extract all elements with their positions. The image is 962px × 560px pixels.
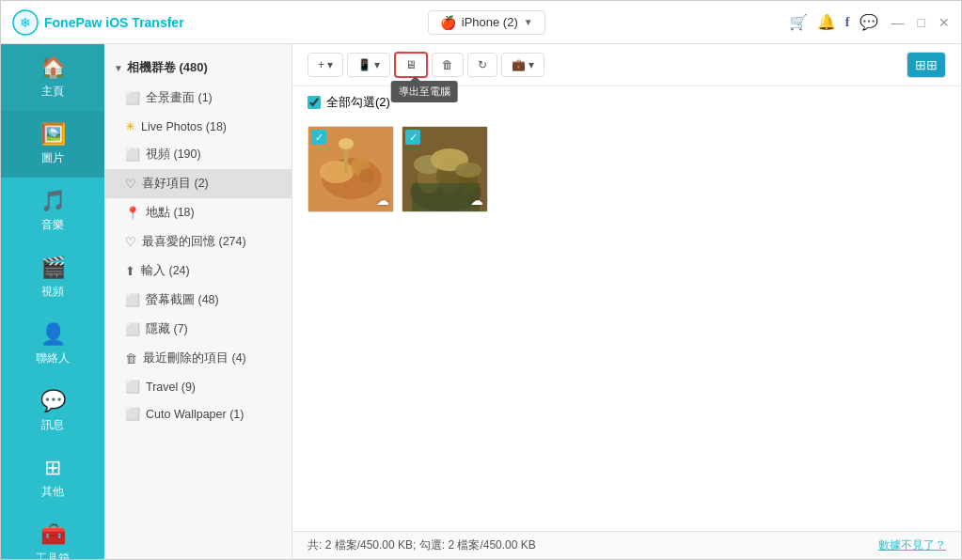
toolbox-icon: 🧰 xyxy=(40,522,66,547)
category-item-recentdelete[interactable]: 🗑 最近刪除的項目 (4) xyxy=(104,344,292,373)
briefcase-icon: 💼 xyxy=(512,58,526,71)
logo-icon: ❄ xyxy=(12,9,39,36)
chevron-down-icon: ▼ xyxy=(524,17,533,27)
close-button[interactable]: ✕ xyxy=(938,15,950,30)
category-label-import: 輸入 (24) xyxy=(141,263,190,279)
svg-rect-5 xyxy=(344,146,348,174)
delete-icon: 🗑 xyxy=(125,351,137,366)
category-item-panorama[interactable]: ⬜ 全景畫面 (1) xyxy=(104,84,292,113)
apple-icon: 🍎 xyxy=(440,15,456,30)
messages-icon: 💬 xyxy=(40,389,66,413)
status-text: 共: 2 檔案/450.00 KB; 勾選: 2 檔案/450.00 KB xyxy=(308,537,536,553)
sidebar-item-contacts[interactable]: 👤 聯絡人 xyxy=(1,311,104,378)
category-item-livephotos[interactable]: ✳ Live Photos (18) xyxy=(104,113,292,140)
sidebar-item-music[interactable]: 🎵 音樂 xyxy=(1,178,104,244)
photo-thumb-2[interactable]: ✓ xyxy=(402,126,488,212)
places-icon: 📍 xyxy=(125,206,140,220)
title-actions: 🛒 🔔 f 💬 — □ ✕ xyxy=(789,13,950,31)
category-item-cutowallpaper[interactable]: ⬜ Cuto Wallpaper (1) xyxy=(104,400,292,428)
category-label-hidden: 隱藏 (7) xyxy=(146,321,188,337)
check-icon-2: ✓ xyxy=(409,132,418,144)
category-item-favorites[interactable]: ♡ 喜好項目 (2) xyxy=(104,169,292,198)
category-label-places: 地點 (18) xyxy=(146,205,195,221)
sidebar-label-home: 主頁 xyxy=(41,84,64,100)
sidebar-label-photos: 圖片 xyxy=(41,150,64,166)
title-bar: ❄ FonePaw iOS Transfer 🍎 iPhone (2) ▼ 🛒 … xyxy=(1,1,961,44)
category-item-screenshots[interactable]: ⬜ 螢幕截圖 (48) xyxy=(104,286,292,315)
svg-point-4 xyxy=(320,161,354,183)
delete-button[interactable]: 🗑 xyxy=(432,53,464,77)
photo2-cloud-icon: ☁ xyxy=(470,193,483,208)
photo1-cloud-icon: ☁ xyxy=(376,193,389,208)
category-item-travel[interactable]: ⬜ Travel (9) xyxy=(104,373,292,400)
sidebar-item-photos[interactable]: 🖼️ 圖片 xyxy=(1,111,104,178)
sidebar-label-music: 音樂 xyxy=(41,217,64,233)
favorites-icon: ♡ xyxy=(125,177,136,191)
category-label-livephotos: Live Photos (18) xyxy=(141,120,227,133)
collapse-arrow-icon: ▼ xyxy=(114,63,123,73)
hidden-icon: ⬜ xyxy=(125,322,140,336)
monitor-icon: 🖥 xyxy=(405,58,417,71)
music-icon: 🎵 xyxy=(40,189,66,213)
sidebar-item-video[interactable]: 🎬 視頻 xyxy=(1,244,104,311)
minimize-button[interactable]: — xyxy=(891,15,905,30)
bell-icon[interactable]: 🔔 xyxy=(817,13,836,31)
category-group-header[interactable]: ▼ 相機群卷 (480) xyxy=(104,52,292,84)
cart-icon[interactable]: 🛒 xyxy=(789,13,808,31)
view-toggle-button[interactable]: ⊞⊞ xyxy=(907,52,946,78)
app-window: ❄ FonePaw iOS Transfer 🍎 iPhone (2) ▼ 🛒 … xyxy=(0,0,962,560)
refresh-icon: ↻ xyxy=(478,58,487,71)
to-device-dropdown-icon: ▾ xyxy=(374,58,380,71)
video-cat-icon: ⬜ xyxy=(125,148,140,162)
select-all-checkbox[interactable] xyxy=(308,96,321,109)
svg-point-16 xyxy=(455,163,481,178)
travel-icon: ⬜ xyxy=(125,380,140,394)
device-selector[interactable]: 🍎 iPhone (2) ▼ xyxy=(428,10,545,35)
sidebar-item-toolbox[interactable]: 🧰 工具箱 xyxy=(1,511,104,559)
message-icon[interactable]: 💬 xyxy=(859,13,878,31)
photo2-check[interactable]: ✓ xyxy=(405,130,420,145)
main-body: 🏠 主頁 🖼️ 圖片 🎵 音樂 🎬 視頻 👤 聯絡人 💬 訊息 xyxy=(1,44,961,559)
category-item-import[interactable]: ⬆ 輸入 (24) xyxy=(104,257,292,286)
sidebar-label-contacts: 聯絡人 xyxy=(36,350,70,366)
content-area: + ▾ 📱 ▾ 🖥 導出至電腦 🗑 xyxy=(292,44,961,559)
to-device-icon: 📱 xyxy=(357,58,371,71)
delete-toolbar-icon: 🗑 xyxy=(442,58,453,71)
to-device-button[interactable]: 📱 ▾ xyxy=(347,53,390,77)
other-icon: ⊞ xyxy=(44,456,61,480)
status-bar: 共: 2 檔案/450.00 KB; 勾選: 2 檔案/450.00 KB 數據… xyxy=(292,531,961,559)
facebook-icon[interactable]: f xyxy=(845,15,850,30)
photo-grid: ✓ ☁ xyxy=(292,118,961,531)
app-name: FonePaw iOS Transfer xyxy=(44,15,184,30)
category-item-mostloved[interactable]: ♡ 最喜愛的回憶 (274) xyxy=(104,227,292,257)
mostloved-icon: ♡ xyxy=(125,235,136,249)
category-label-video: 視頻 (190) xyxy=(146,147,201,163)
photo-thumb-1[interactable]: ✓ ☁ xyxy=(308,126,394,212)
maximize-button[interactable]: □ xyxy=(918,15,925,30)
photo1-check[interactable]: ✓ xyxy=(311,130,326,145)
photos-icon: 🖼️ xyxy=(40,122,66,147)
grid-view-icon: ⊞⊞ xyxy=(915,57,938,72)
category-item-hidden[interactable]: ⬜ 隱藏 (7) xyxy=(104,315,292,344)
to-computer-button[interactable]: 🖥 xyxy=(394,52,428,78)
sidebar-label-toolbox: 工具箱 xyxy=(36,551,70,559)
sidebar-item-home[interactable]: 🏠 主頁 xyxy=(1,44,104,111)
sidebar-label-other: 其他 xyxy=(41,484,64,500)
category-label-screenshots: 螢幕截圖 (48) xyxy=(146,292,219,308)
add-button[interactable]: + ▾ xyxy=(308,53,343,77)
sidebar-item-messages[interactable]: 💬 訊息 xyxy=(1,378,104,444)
select-all-label: 全部勾選(2) xyxy=(326,94,390,111)
category-item-places[interactable]: 📍 地點 (18) xyxy=(104,198,292,227)
to-computer-wrapper: 🖥 導出至電腦 xyxy=(394,52,428,78)
sidebar: 🏠 主頁 🖼️ 圖片 🎵 音樂 🎬 視頻 👤 聯絡人 💬 訊息 xyxy=(1,44,104,559)
device-name: iPhone (2) xyxy=(462,15,518,29)
svg-point-8 xyxy=(359,168,374,183)
refresh-button[interactable]: ↻ xyxy=(467,53,497,77)
svg-text:❄: ❄ xyxy=(20,15,31,30)
contacts-icon: 👤 xyxy=(40,322,66,347)
status-link[interactable]: 數據不見了？ xyxy=(878,537,946,553)
category-item-video[interactable]: ⬜ 視頻 (190) xyxy=(104,140,292,169)
more-button[interactable]: 💼 ▾ xyxy=(501,53,544,77)
sidebar-item-other[interactable]: ⊞ 其他 xyxy=(1,444,104,511)
more-dropdown-icon: ▾ xyxy=(528,58,534,71)
